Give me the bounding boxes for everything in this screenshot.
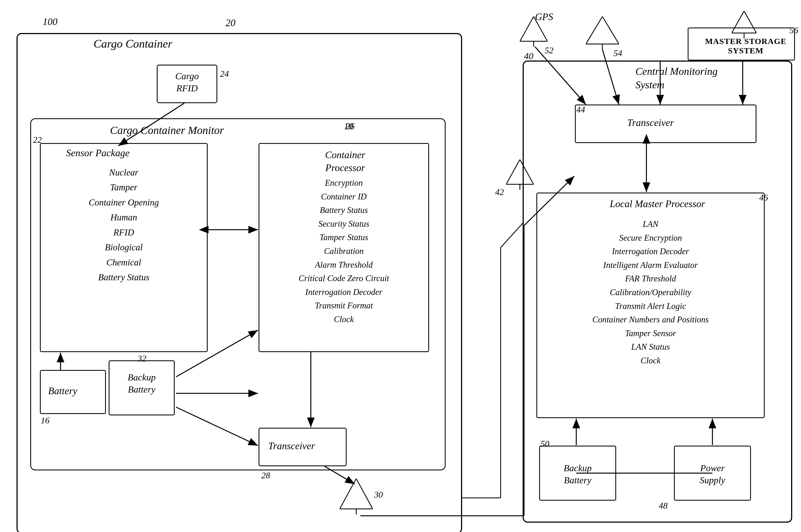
ref-52: 52 <box>545 45 553 56</box>
svg-marker-39 <box>732 11 757 33</box>
ref-30: 30 <box>374 490 383 500</box>
ref-48: 48 <box>659 501 668 511</box>
ref-40: 40 <box>524 51 533 61</box>
backup-battery-right-label: BackupBattery <box>543 462 612 486</box>
sensor-package-label: Sensor Package <box>66 147 130 159</box>
svg-marker-27 <box>520 17 547 41</box>
backup-battery-left-label: BackupBattery <box>113 372 171 396</box>
svg-marker-25 <box>506 159 534 184</box>
ref-42: 42 <box>495 187 504 197</box>
ref-16: 16 <box>41 415 50 425</box>
battery-label: Battery <box>48 385 77 397</box>
transceiver-left-label: Transceiver <box>268 440 315 452</box>
antenna-42 <box>506 159 534 190</box>
cargo-rfid-label: Cargo RFID <box>159 70 214 94</box>
sensor-items: Nuclear Tamper Container Opening Human R… <box>43 165 205 285</box>
antenna-left <box>340 479 373 514</box>
master-storage-label: MASTER STORAGE SYSTEM <box>690 37 801 55</box>
antenna-master <box>732 11 757 39</box>
cms-label: Central MonitoringSystem <box>635 65 784 92</box>
ref-20: 20 <box>226 17 235 28</box>
cargo-monitor-label: Cargo Container Monitor <box>110 124 224 137</box>
antenna-54 <box>586 17 619 50</box>
ref-24: 24 <box>220 69 229 79</box>
ref-50: 50 <box>540 439 549 449</box>
container-processor-label: ContainerProcessor <box>282 149 408 174</box>
cargo-container-label: Cargo Container <box>94 37 172 50</box>
svg-marker-33 <box>586 17 619 44</box>
svg-marker-23 <box>340 479 373 509</box>
ref-56: 56 <box>789 25 798 36</box>
diagram: Cargo Container 100 20 Cargo RFID 24 10 … <box>0 0 801 532</box>
processor-items: Encryption Container ID Battery Status S… <box>261 176 426 326</box>
power-supply-label: PowerSupply <box>677 462 748 486</box>
ref-26: 26 <box>345 121 355 132</box>
ref-54: 54 <box>613 48 622 58</box>
ref-46: 46 <box>759 193 768 203</box>
local-master-items: LAN Secure Encryption Interrogation Deco… <box>539 217 762 367</box>
ref-100: 100 <box>43 16 57 27</box>
antenna-gps <box>520 17 547 47</box>
transceiver-right-label: Transceiver <box>627 117 674 129</box>
ref-44: 44 <box>576 104 585 115</box>
ref-28: 28 <box>261 470 270 480</box>
ref-32: 32 <box>137 354 146 364</box>
local-master-label: Local Master Processor <box>575 198 740 210</box>
